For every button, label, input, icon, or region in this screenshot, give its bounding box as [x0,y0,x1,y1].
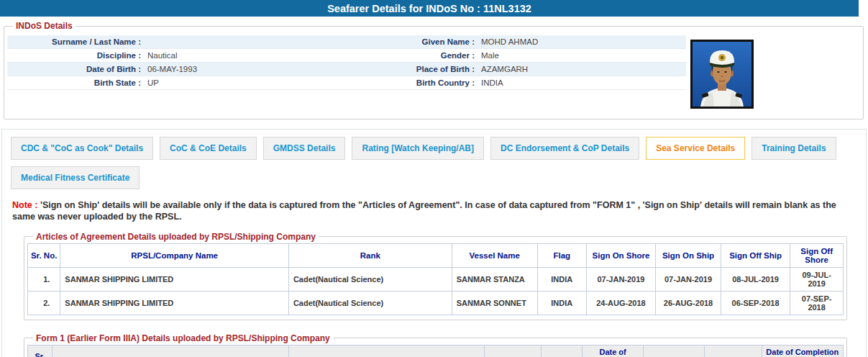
indos-field-rows: Surname / Last Name : Given Name : MOHD … [7,35,686,90]
column-header: Sr. No. [28,243,60,267]
column-header: Sign Off Ship [705,345,762,357]
field-value: MOHD AHMAD [478,37,686,46]
cell-sign-on-shore: 07-JAN-2019 [586,267,655,291]
field-value: AZAMGARH [478,65,686,73]
tab-sea-service[interactable]: Sea Service Details [646,137,745,160]
indos-details-legend: INDoS Details [13,21,76,31]
form1-table: Sr. No. RPSL/Company Name Rank Vessel Na… [27,345,844,357]
field-label: Gender : [312,51,478,60]
field-label: Date of Birth : [7,65,144,73]
column-header: Sign On Ship [656,243,721,267]
cell-vessel: SANMAR SONNET [452,291,537,315]
column-header: Flag [542,345,583,357]
cell-flag: INDIA [537,267,586,291]
column-header: Rank [288,243,452,267]
details-panel: CDC & "CoC as Cook" Details CoC & CoE De… [1,129,867,357]
field-row: Date of Birth : 06-MAY-1993 Place of Bir… [7,63,686,76]
field-label: Discipline : [7,51,144,60]
field-label: Place of Birth : [312,65,478,73]
field-value: UP [144,78,312,87]
column-header: Sign On Ship [644,345,705,357]
column-header: Vessel Name [485,345,542,357]
column-header: Date of Commencement of Contract [583,345,644,357]
field-row: Surname / Last Name : Given Name : MOHD … [7,35,686,49]
note: Note : 'Sign on Ship' details will be av… [12,199,846,223]
field-row: Discipline : Nautical Gender : Male [7,49,686,63]
table-header-row: Sr. No. RPSL/Company Name Rank Vessel Na… [28,243,844,267]
table-header-row: Sr. No. RPSL/Company Name Rank Vessel Na… [28,345,844,357]
column-header: Rank [288,345,484,357]
tab-rating-watch-keeping[interactable]: Rating [Watch Keeping/AB] [352,137,484,160]
tab-bar: CDC & "CoC as Cook" Details CoC & CoE De… [11,137,859,189]
table-row: 2. SANMAR SHIPPING LIMITED Cadet(Nautica… [28,291,844,315]
cell-sr-no: 2. [28,291,60,315]
field-value: Male [478,51,686,60]
column-header: Sr. No. [28,345,52,357]
field-value: INDIA [478,78,686,87]
tab-dc-endorsement-cop[interactable]: DC Endorsement & CoP Details [490,137,639,160]
page: Seafarer Details for INDoS No : 11NL3132… [0,0,868,357]
cell-sign-on-ship: 26-AUG-2018 [656,291,721,315]
field-label: Birth Country : [312,78,478,87]
tab-gmdss[interactable]: GMDSS Details [263,137,346,160]
cell-sr-no: 1. [28,267,60,291]
column-header: RPSL/Company Name [60,243,289,267]
tab-coc-coe[interactable]: CoC & CoE Details [160,137,257,160]
cell-sign-on-shore: 24-AUG-2018 [586,291,655,315]
field-value: 06-MAY-1993 [144,65,312,73]
column-header: Sign Off Shore [790,243,844,267]
column-header: Flag [537,243,586,267]
field-label: Surname / Last Name : [7,37,144,46]
cell-rank: Cadet(Nautical Science) [288,267,452,291]
column-header: Date of Completion of Contract/Arriving … [762,345,843,357]
note-prefix: Note : [12,200,37,210]
tab-cdc-coc-as-cook[interactable]: CDC & "CoC as Cook" Details [11,137,153,160]
articles-of-agreement-legend: Articles of Agreement Details uploaded b… [33,232,319,242]
field-value: Nautical [144,51,312,60]
articles-of-agreement-table: Sr. No. RPSL/Company Name Rank Vessel Na… [27,243,844,315]
column-header: Vessel Name [452,243,537,267]
cell-company: SANMAR SHIPPING LIMITED [60,291,289,315]
cell-sign-off-ship: 08-JUL-2019 [721,267,790,291]
field-row: Birth State : UP Birth Country : INDIA [7,76,686,90]
cell-sign-on-ship: 07-JAN-2019 [656,267,721,291]
seafarer-photo-image [693,42,751,107]
field-label: Birth State : [7,78,144,87]
title-bar: Seafarer Details for INDoS No : 11NL3132 [0,0,859,17]
page-title: Seafarer Details for INDoS No : 11NL3132 [327,3,531,14]
indos-details-fieldset: INDoS Details Surname / Last Name : Give… [4,21,864,119]
articles-of-agreement-fieldset: Articles of Agreement Details uploaded b… [24,232,847,320]
column-header: Sign On Shore [586,243,655,267]
seafarer-photo [690,40,754,109]
tab-training[interactable]: Training Details [751,137,836,160]
note-text: 'Sign on Ship' details will be available… [12,200,836,222]
cell-flag: INDIA [537,291,586,315]
cell-sign-off-shore: 07-SEP-2018 [790,291,844,315]
cell-sign-off-shore: 09-JUL-2019 [790,267,844,291]
cell-company: SANMAR SHIPPING LIMITED [60,267,289,291]
form1-legend: Form 1 (Earlier Form IIIA) Details uploa… [33,333,333,343]
table-row: 1. SANMAR SHIPPING LIMITED Cadet(Nautica… [28,267,844,291]
column-header: Sign Off Ship [721,243,790,267]
cell-vessel: SANMAR STANZA [452,267,537,291]
field-label: Given Name : [312,37,478,46]
cell-sign-off-ship: 06-SEP-2018 [721,291,790,315]
cell-rank: Cadet(Nautical Science) [288,291,452,315]
form1-fieldset: Form 1 (Earlier Form IIIA) Details uploa… [24,333,847,357]
tab-medical-fitness[interactable]: Medical Fitness Certificate [11,166,140,189]
column-header: RPSL/Company Name [52,345,289,357]
